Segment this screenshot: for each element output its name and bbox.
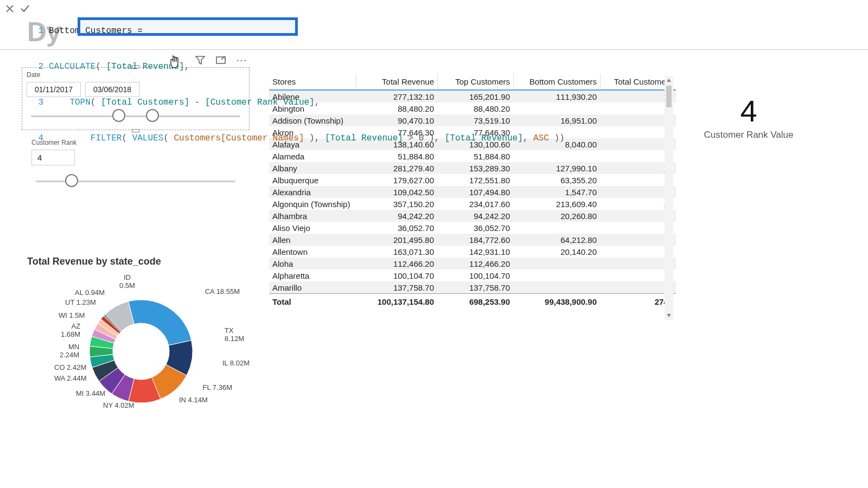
table-row[interactable]: Alpharetta100,104.70100,104.704 [269, 269, 676, 281]
formula-bar: Dy 1Bottom Customers = 2CALCULATE( [Tota… [0, 0, 868, 50]
donut-label-FL: FL 7.36M [203, 383, 232, 391]
table-row[interactable]: Allen201,495.80184,772.6064,212.807 [269, 234, 676, 246]
donut-slice-CA[interactable] [128, 300, 191, 345]
donut-title: Total Revenue by state_code [27, 256, 255, 267]
donut-label-TX: TXTX 8.12M8.12M [225, 326, 244, 343]
card-value: 4 [694, 93, 803, 129]
cancel-icon[interactable] [4, 3, 15, 14]
table-total-row: Total 100,137,154.80 698,253.90 99,438,9… [269, 293, 676, 309]
rank-slider[interactable] [36, 170, 235, 191]
donut-label-MN: MN2.24M [60, 343, 79, 359]
donut-label-WA: WA 2.44M [54, 374, 86, 382]
donut-label-AL: AL 0.94M [75, 288, 105, 297]
cursor-hand-icon [168, 54, 182, 72]
table-row[interactable]: Alhambra94,242.2094,242.2020,260.805 [269, 210, 676, 222]
donut-label-CO: CO 2.42M [54, 363, 86, 371]
card-label: Customer Rank Value [694, 130, 803, 140]
rank-slider-thumb[interactable] [65, 174, 78, 187]
table-scrollbar[interactable] [665, 76, 673, 320]
table-row[interactable]: Algonquin (Township)357,150.20234,017.60… [269, 198, 676, 210]
donut-label-UT: UT 1.23M [65, 298, 96, 306]
table-row[interactable]: Allentown163,071.30142,931.1020,140.207 [269, 246, 676, 258]
table-row[interactable]: Alexandria109,042.50107,494.801,547.705 [269, 186, 676, 198]
table-row[interactable]: Aloha112,466.20112,466.204 [269, 258, 676, 269]
donut-label-NY: NY 4.02M [103, 401, 135, 409]
donut-label-IN: IN 4.14M [179, 396, 208, 404]
donut-label-CA: CA 18.55M [205, 287, 240, 296]
commit-icon[interactable] [20, 3, 30, 14]
table-row[interactable]: Aliso Viejo36,052.7036,052.702 [269, 222, 676, 234]
scrollbar-thumb[interactable] [666, 86, 672, 107]
donut-label-AZ: AZ1.68M [61, 322, 80, 338]
donut-chart[interactable]: Total Revenue by state_code CA 18.55M TX… [27, 256, 255, 435]
table-row[interactable]: Albuquerque179,627.00172,551.8063,355.20… [269, 174, 676, 186]
donut-label-IL: IL 8.02M [222, 359, 250, 367]
table-row[interactable]: Amarillo137,758.70137,758.704 [269, 281, 676, 293]
dax-editor[interactable]: 1Bottom Customers = 2CALCULATE( [Total R… [35, 1, 565, 168]
formula-actions [2, 1, 35, 14]
donut-label-WI: WI 1.5M [59, 311, 85, 319]
customer-rank-card[interactable]: 4 Customer Rank Value [694, 93, 803, 140]
donut-label-ID: ID0.5M [119, 273, 135, 290]
donut-label-MI: MI 3.44M [76, 389, 105, 397]
